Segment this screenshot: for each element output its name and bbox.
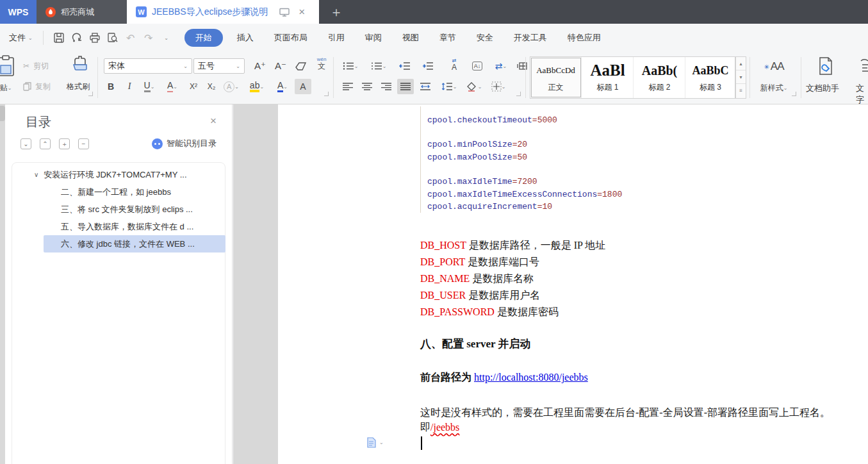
menu-tab-section[interactable]: 章节: [429, 29, 466, 47]
tab-document[interactable]: W JEEBBS导入eclipse步骤说明 ×: [127, 0, 319, 24]
menu-tab-dev-tools[interactable]: 开发工具: [504, 29, 557, 47]
tab-docer-mall[interactable]: 稻壳商城: [37, 0, 127, 24]
show-marks-button[interactable]: ⇄⌄: [489, 58, 512, 74]
presentation-view-icon[interactable]: [279, 8, 290, 17]
font-size-select[interactable]: 五号⌄: [193, 58, 245, 74]
shading-button[interactable]: ⌄: [463, 79, 486, 94]
numbered-list-button[interactable]: ⌄: [368, 58, 389, 74]
font-color-button[interactable]: A⌄: [272, 79, 293, 94]
toc-expand-all-button[interactable]: ⌃: [40, 138, 51, 149]
paste-button-label[interactable]: 贴⌄: [0, 80, 15, 95]
superscript-button[interactable]: X²: [184, 79, 202, 94]
char-color-button[interactable]: A⌄: [161, 79, 183, 94]
menu-tab-review[interactable]: 审阅: [355, 29, 392, 47]
cut-button[interactable]: ✂ 剪切: [23, 58, 64, 74]
chevron-down-icon[interactable]: ∨: [34, 171, 38, 178]
char-shading-button[interactable]: A: [295, 79, 311, 94]
doc-assistant-label[interactable]: 文档助手: [806, 83, 839, 94]
new-style-button[interactable]: 新样式⌄: [753, 80, 794, 95]
increase-indent-button[interactable]: [419, 58, 437, 74]
menu-tab-insert[interactable]: 插入: [227, 29, 264, 47]
copy-button[interactable]: 复制: [23, 79, 64, 94]
style-heading1[interactable]: AaBl 标题 1: [582, 57, 634, 98]
save-button[interactable]: [50, 29, 68, 46]
doc-assistant-icon[interactable]: [815, 56, 837, 76]
toc-collapse-all-button[interactable]: ⌄: [20, 138, 31, 149]
print-button[interactable]: [86, 29, 104, 46]
export-icon[interactable]: [68, 29, 86, 46]
toc-item-2[interactable]: 二、新建一个工程，如 jeebbs: [5, 183, 225, 201]
document-page[interactable]: cpool.checkoutTimeout=5000 cpool.minPool…: [278, 104, 868, 464]
side-rail-tab[interactable]: [0, 106, 5, 121]
highlight-button[interactable]: ab⌄: [245, 79, 269, 94]
new-style-icon[interactable]: ✳ AA: [756, 57, 792, 76]
styles-gallery-more-icon[interactable]: ≡: [736, 84, 746, 97]
menu-tab-home[interactable]: 开始: [184, 29, 223, 47]
distribute-button[interactable]: [416, 79, 434, 94]
toc-zoom-out-button[interactable]: −: [78, 138, 89, 149]
toc-item-5[interactable]: 五、导入数据库，数据库文件在 d ...: [5, 218, 225, 235]
text-effects-button[interactable]: A ⌄: [220, 79, 242, 94]
shrink-font-button[interactable]: A⁻: [272, 58, 290, 74]
group-expand-corner[interactable]: [88, 92, 93, 96]
text-tool-label[interactable]: 文字: [856, 83, 868, 106]
line-spacing-button[interactable]: ⌄: [437, 79, 461, 94]
format-painter-label[interactable]: 格式刷: [67, 81, 90, 92]
jeebbs-path-text: /jeebbs: [430, 422, 459, 433]
decrease-indent-button[interactable]: [396, 58, 414, 74]
file-menu-label: 文件: [9, 32, 26, 44]
style-normal[interactable]: AaBbCcDd 正文: [530, 57, 582, 98]
close-tab-icon[interactable]: ×: [299, 6, 305, 17]
italic-button[interactable]: I: [122, 79, 137, 94]
text-direction-button[interactable]: [514, 58, 530, 74]
menu-tab-security[interactable]: 安全: [466, 29, 504, 47]
format-painter-button[interactable]: [64, 54, 95, 78]
group-expand-corner[interactable]: [792, 92, 796, 96]
wps-home-button[interactable]: WPS: [0, 0, 37, 24]
group-expand-corner[interactable]: [516, 92, 521, 96]
print-preview-button[interactable]: [104, 29, 122, 46]
menu-tab-special-features[interactable]: 特色应用: [557, 29, 611, 47]
menu-bar: 文件 ⌄ ↶ ↷ ⌄ 开始 插入 页面布局 引用 审阅 视图 章节 安全 开发工…: [0, 24, 868, 52]
subscript-button[interactable]: X₂: [202, 79, 220, 94]
bold-button[interactable]: B: [102, 79, 119, 94]
close-toc-panel-icon[interactable]: ×: [210, 115, 217, 128]
db-description-block: DB_HOST 是数据库路径，一般是 IP 地址 DB_PORT 是数据库端口号…: [420, 237, 605, 320]
menu-tab-references[interactable]: 引用: [318, 29, 355, 47]
font-family-select[interactable]: 宋体⌄: [104, 58, 192, 74]
paste-button[interactable]: [0, 54, 20, 78]
underline-button[interactable]: U⌄: [138, 79, 160, 94]
redo-button[interactable]: ↷: [140, 29, 158, 46]
bullet-list-button[interactable]: ⌄: [340, 58, 361, 74]
style-heading2[interactable]: AaBb( 标题 2: [634, 57, 685, 98]
styles-scroll-up-icon[interactable]: ▴: [736, 57, 746, 70]
divider: [43, 31, 44, 45]
borders-button[interactable]: ⌄: [487, 79, 510, 94]
toc-zoom-in-button[interactable]: ＋: [59, 138, 70, 149]
smart-toc-button[interactable]: 智能识别目录: [152, 138, 217, 149]
quick-access-more-icon[interactable]: ⌄: [158, 29, 176, 46]
menu-tab-view[interactable]: 视图: [392, 29, 429, 47]
paragraph-options-button[interactable]: ⌄: [366, 437, 384, 448]
file-menu[interactable]: 文件 ⌄: [5, 29, 37, 46]
localhost-link[interactable]: http://localhost:8080/jeebbs: [474, 372, 588, 383]
justify-button[interactable]: [397, 79, 414, 94]
toc-item-6-selected[interactable]: 六、修改 jdbc 链接，文件在 WEB ...: [44, 235, 225, 253]
align-center-button[interactable]: [359, 79, 375, 94]
undo-button[interactable]: ↶: [122, 29, 140, 46]
clear-formatting-icon[interactable]: [292, 58, 310, 74]
toc-item-3[interactable]: 三、将 src 文件夹复制放到 eclips ...: [5, 201, 225, 218]
char-scale-button[interactable]: ⇄ A: [442, 57, 466, 72]
style-heading3[interactable]: AaBbC 标题 3: [686, 57, 735, 98]
grow-font-button[interactable]: A⁺: [251, 58, 269, 74]
toc-item-root[interactable]: ∨ 安装运行环境 JDK7+TOMCAT7+MY ...: [5, 166, 225, 183]
new-tab-button[interactable]: ＋: [323, 0, 349, 24]
styles-scroll-down-icon[interactable]: ▾: [736, 70, 746, 84]
text-tool-icon[interactable]: [856, 56, 868, 76]
pinyin-guide-button[interactable]: wén 文: [313, 56, 331, 71]
sort-button[interactable]: A↓: [469, 58, 486, 74]
menu-tab-page-layout[interactable]: 页面布局: [264, 29, 318, 47]
group-expand-corner[interactable]: [324, 92, 329, 96]
align-left-button[interactable]: [340, 79, 356, 94]
align-right-button[interactable]: [378, 79, 395, 94]
